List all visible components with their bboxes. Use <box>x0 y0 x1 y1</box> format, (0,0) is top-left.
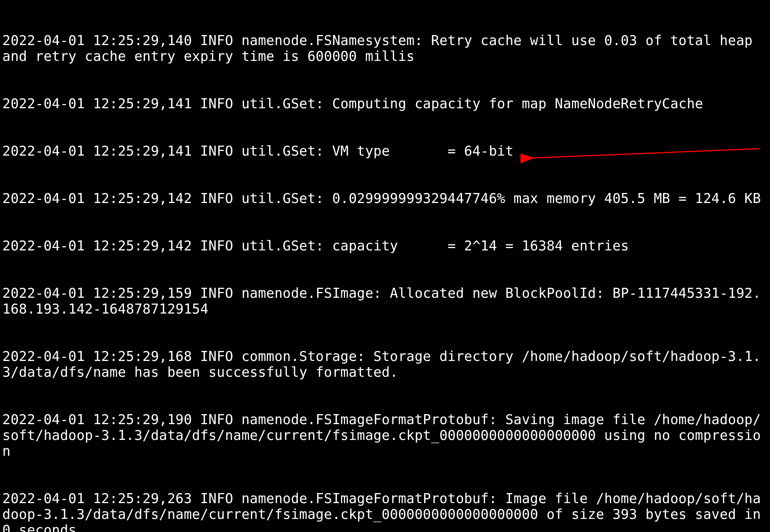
log-line: 2022-04-01 12:25:29,168 INFO common.Stor… <box>2 348 768 380</box>
log-line: 2022-04-01 12:25:29,140 INFO namenode.FS… <box>2 32 768 64</box>
log-line: 2022-04-01 12:25:29,263 INFO namenode.FS… <box>2 490 768 532</box>
log-line: 2022-04-01 12:25:29,141 INFO util.GSet: … <box>2 143 768 159</box>
log-line: 2022-04-01 12:25:29,142 INFO util.GSet: … <box>2 190 768 206</box>
log-line: 2022-04-01 12:25:29,190 INFO namenode.FS… <box>2 411 768 459</box>
log-line: 2022-04-01 12:25:29,141 INFO util.GSet: … <box>2 96 768 111</box>
terminal-window[interactable]: 2022-04-01 12:25:29,140 INFO namenode.FS… <box>0 0 770 532</box>
log-line: 2022-04-01 12:25:29,142 INFO util.GSet: … <box>2 238 768 253</box>
log-line: 2022-04-01 12:25:29,159 INFO namenode.FS… <box>2 285 768 317</box>
